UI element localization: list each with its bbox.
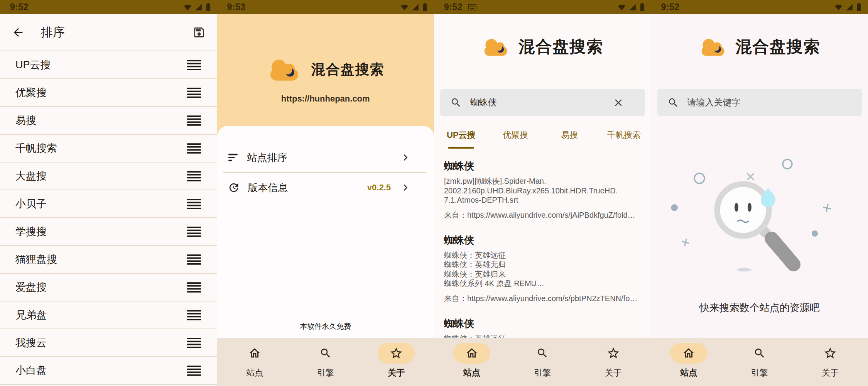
empty-hint-text: 快来搜索数个站点的资源吧 (699, 301, 820, 315)
result-title: 蜘蛛侠 (444, 159, 641, 173)
status-bar: 9:53 (217, 0, 434, 14)
bottom-nav: 站点 引擎 关于 (217, 338, 434, 386)
site-name: 小贝子 (15, 197, 47, 211)
star-icon (606, 346, 620, 360)
sort-row[interactable]: 千帆搜索 (0, 135, 217, 163)
nav-label: 站点 (680, 367, 697, 379)
screen-search-results: 9:52 混合盘搜索 UP云搜 优聚搜 易搜 千帆搜索 (434, 0, 651, 386)
site-name: 兄弟盘 (15, 308, 47, 322)
drag-handle-icon[interactable] (187, 88, 201, 98)
nav-label: 关于 (388, 367, 405, 379)
nav-label: 引擎 (751, 367, 768, 379)
search-icon (319, 347, 332, 359)
bottom-nav: 站点 引擎 关于 (651, 338, 868, 386)
nav-item-about[interactable]: 关于 (795, 338, 866, 386)
nav-item-engines[interactable]: 引擎 (507, 338, 578, 386)
wifi-icon (834, 3, 843, 11)
status-time: 9:52 (661, 2, 680, 12)
version-badge: v0.2.5 (367, 183, 391, 193)
nav-label: 引擎 (534, 367, 551, 379)
nav-item-about[interactable]: 关于 (578, 338, 649, 386)
status-time: 9:52 (10, 2, 29, 12)
sort-row[interactable]: 学搜搜 (0, 218, 217, 246)
back-button[interactable] (12, 26, 25, 39)
result-source: 来自：https://www.aliyundrive.com/s/jAiPBdk… (444, 210, 641, 220)
nav-item-about[interactable]: 关于 (361, 338, 432, 386)
nav-item-engines[interactable]: 引擎 (290, 338, 361, 386)
drag-handle-icon[interactable] (187, 199, 201, 209)
search-bar (440, 89, 645, 116)
result-title: 蜘蛛侠 (444, 317, 641, 330)
sort-row[interactable]: 大盘搜 (0, 163, 217, 190)
nav-item-sites[interactable]: 站点 (654, 338, 724, 386)
sort-row[interactable]: 我搜云 (0, 329, 217, 357)
tab-qianfan[interactable]: 千帆搜索 (597, 122, 651, 149)
sort-row[interactable]: 爱盘搜 (0, 274, 217, 301)
sort-row[interactable]: 小白盘 (0, 357, 217, 385)
site-name: 小白盘 (15, 364, 47, 378)
nav-item-sites[interactable]: 站点 (436, 338, 507, 386)
drag-handle-icon[interactable] (187, 60, 201, 70)
magnifier-empty-illustration (663, 131, 856, 278)
site-name: 千帆搜索 (15, 141, 57, 155)
search-icon (667, 97, 679, 108)
tab-label: UP云搜 (447, 129, 476, 141)
drag-handle-icon[interactable] (187, 115, 201, 126)
divider (223, 172, 427, 173)
drag-handle-icon[interactable] (187, 143, 201, 154)
star-icon (823, 346, 837, 360)
wifi-icon (400, 3, 409, 11)
sort-row[interactable]: 优聚搜 (0, 79, 217, 107)
drag-handle-icon[interactable] (187, 254, 201, 265)
search-result[interactable]: 蜘蛛侠 蜘蛛侠：英雄远征 蜘蛛侠：英雄无归 蜘蛛侠：英雄归来 蜘蛛侠系列 4K … (444, 234, 641, 304)
app-logo-row: 混合盘搜索 (651, 34, 868, 59)
nav-label: 关于 (605, 367, 622, 379)
sort-row[interactable]: UP云搜 (0, 51, 217, 79)
menu-item-version-info[interactable]: 版本信息 v0.2.5 (217, 176, 434, 199)
screen-search-empty: 9:52 混合盘搜索 (651, 0, 868, 386)
drag-handle-icon[interactable] (187, 338, 201, 348)
nav-label: 关于 (822, 367, 839, 379)
about-card: 站点排序 版本信息 v0.2.5 本软件永久免费 (217, 126, 434, 338)
menu-item-label: 版本信息 (248, 181, 288, 195)
chevron-right-icon (401, 153, 410, 162)
star-icon (389, 346, 403, 360)
bottom-nav: 站点 引擎 关于 (434, 338, 651, 386)
drag-handle-icon[interactable] (187, 227, 201, 237)
sort-row[interactable]: 兄弟盘 (0, 301, 217, 329)
site-name: UP云搜 (15, 58, 51, 72)
menu-item-site-sort[interactable]: 站点排序 (217, 146, 434, 169)
signal-icon (194, 3, 203, 11)
update-clock-icon (228, 182, 240, 193)
clear-search-button[interactable] (613, 97, 624, 108)
sort-row[interactable]: 猫狸盘搜 (0, 246, 217, 274)
nav-item-engines[interactable]: 引擎 (724, 338, 795, 386)
drag-handle-icon[interactable] (187, 310, 201, 320)
save-button[interactable] (193, 26, 206, 39)
search-input[interactable] (470, 97, 608, 108)
status-bar: 9:52 (0, 0, 217, 14)
sort-row[interactable]: 易搜 (0, 107, 217, 135)
search-result[interactable]: 蜘蛛侠 蜘蛛侠：英雄远征 (444, 317, 641, 338)
sort-row[interactable]: 小贝子 (0, 190, 217, 218)
search-input[interactable] (687, 97, 852, 108)
site-name: 学搜搜 (15, 225, 47, 239)
tab-up-yunsou[interactable]: UP云搜 (434, 122, 488, 149)
tab-yisou[interactable]: 易搜 (542, 122, 597, 149)
drag-handle-icon[interactable] (187, 171, 201, 181)
close-icon (613, 97, 624, 108)
drag-handle-icon[interactable] (187, 282, 201, 293)
drag-handle-icon[interactable] (187, 366, 201, 376)
free-software-note: 本软件永久免费 (217, 322, 434, 332)
wifi-icon (618, 3, 626, 11)
tab-label: 千帆搜索 (607, 129, 641, 141)
battery-icon (205, 3, 211, 11)
app-url: https://hunhepan.com (281, 94, 370, 104)
nav-item-sites[interactable]: 站点 (220, 338, 290, 386)
keyboard-icon (468, 4, 476, 10)
tab-youjusou[interactable]: 优聚搜 (488, 122, 543, 149)
site-name: 易搜 (15, 113, 36, 127)
nav-label: 引擎 (317, 367, 334, 379)
search-bar (657, 89, 862, 116)
search-result[interactable]: 蜘蛛侠 [zmk.pw][蜘蛛侠].Spider-Man. 2002.2160p… (444, 159, 641, 220)
